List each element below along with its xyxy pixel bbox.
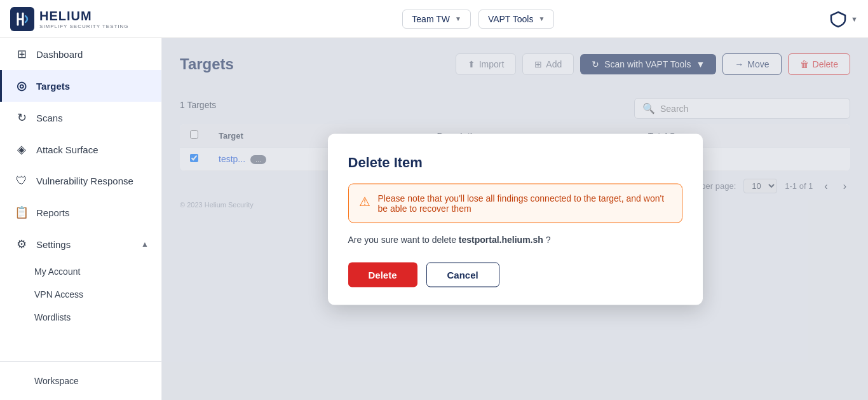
sidebar-item-settings[interactable]: ⚙ Settings ▲ — [0, 228, 161, 260]
sidebar-item-scans[interactable]: ↻ Scans — [0, 102, 161, 134]
sidebar: ⊞ Dashboard ◎ Targets ↻ Scans ◈ Attack S… — [0, 38, 162, 400]
confirm-target: testportal.helium.sh — [459, 234, 543, 244]
main-layout: ⊞ Dashboard ◎ Targets ↻ Scans ◈ Attack S… — [0, 38, 868, 400]
shield-icon[interactable] — [828, 9, 848, 29]
topbar-selects: Team TW ▼ VAPT Tools ▼ — [402, 10, 554, 29]
attack-surface-icon: ◈ — [15, 142, 29, 156]
sidebar-item-my-account[interactable]: My Account — [0, 260, 161, 283]
sidebar-item-vpn-access[interactable]: VPN Access — [0, 283, 161, 306]
logo-icon — [10, 7, 34, 31]
sidebar-item-attack-surface[interactable]: ◈ Attack Surface — [0, 134, 161, 165]
sidebar-item-targets[interactable]: ◎ Targets — [0, 70, 161, 102]
sidebar-item-reports[interactable]: 📋 Reports — [0, 197, 161, 228]
settings-icon: ⚙ — [15, 237, 29, 251]
confirm-text: Are you sure want to delete testportal.h… — [348, 234, 682, 244]
topbar: HELIUM SIMPLIFY SECURITY TESTING Team TW… — [0, 0, 868, 38]
dashboard-icon: ⊞ — [15, 47, 29, 61]
warning-message: Please note that you'll lose all finding… — [378, 193, 672, 213]
targets-icon: ◎ — [15, 79, 29, 93]
confirm-delete-button[interactable]: Delete — [348, 262, 417, 287]
sidebar-item-wordlists[interactable]: Wordlists — [0, 306, 161, 329]
topbar-right: ▼ — [828, 9, 858, 29]
modal-title: Delete Item — [348, 154, 682, 170]
logo-sub: SIMPLIFY SECURITY TESTING — [39, 24, 129, 29]
scans-icon: ↻ — [15, 111, 29, 125]
sidebar-item-dashboard[interactable]: ⊞ Dashboard — [0, 38, 161, 70]
vulnerability-icon: 🛡 — [15, 174, 29, 188]
main-content: Targets ⬆ Import ⊞ Add ↻ Scan with VAPT … — [162, 38, 868, 400]
reports-icon: 📋 — [15, 205, 29, 219]
topbar-chevron-icon[interactable]: ▼ — [851, 15, 858, 23]
delete-modal: Delete Item ⚠ Please note that you'll lo… — [328, 134, 703, 305]
sidebar-item-vulnerability-response[interactable]: 🛡 Vulnerability Response — [0, 165, 161, 197]
logo-text: HELIUM — [39, 9, 129, 24]
modal-actions: Delete Cancel — [348, 262, 682, 287]
logo: HELIUM SIMPLIFY SECURITY TESTING — [10, 7, 129, 31]
team-selector[interactable]: Team TW ▼ — [402, 10, 471, 29]
chevron-down-icon: ▼ — [538, 15, 545, 22]
settings-expand-icon: ▲ — [141, 240, 149, 249]
chevron-down-icon: ▼ — [455, 15, 461, 22]
sidebar-item-workspace[interactable]: Workspace — [0, 369, 161, 392]
sidebar-footer: Workspace — [0, 361, 161, 400]
cancel-button[interactable]: Cancel — [426, 262, 499, 287]
tool-selector[interactable]: VAPT Tools ▼ — [478, 10, 555, 29]
warning-box: ⚠ Please note that you'll lose all findi… — [348, 183, 682, 223]
warning-triangle-icon: ⚠ — [359, 193, 370, 209]
